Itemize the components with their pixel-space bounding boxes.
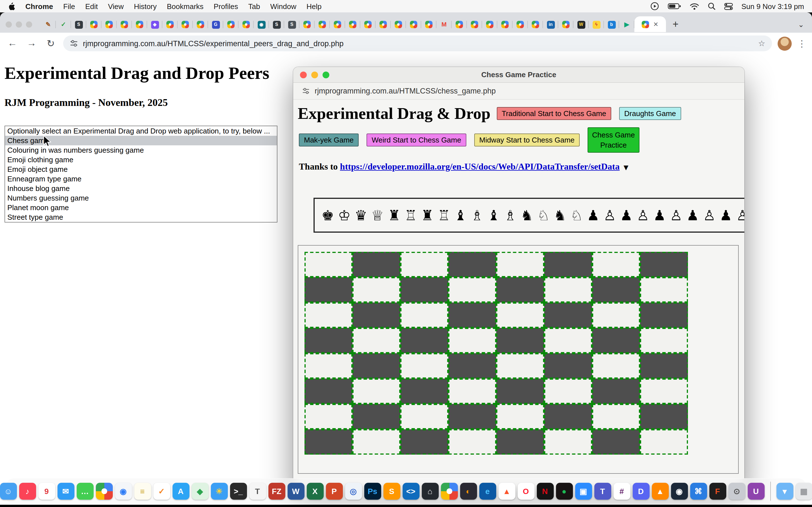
mozilla-setdata-link[interactable]: https://developer.mozilla.org/en-US/docs… <box>340 162 620 171</box>
dock-maps-icon[interactable]: ◆ <box>192 483 208 500</box>
piece-black-king[interactable]: ♚ <box>321 208 334 222</box>
board-cell-e4[interactable] <box>496 353 544 379</box>
browser-tab[interactable] <box>330 17 345 32</box>
board-cell-b5[interactable] <box>352 328 400 353</box>
board-cell-e5[interactable] <box>496 328 544 353</box>
board-cell-c8[interactable] <box>400 252 448 277</box>
dock-figma-icon[interactable]: F <box>709 483 726 500</box>
browser-tab[interactable]: ✓ <box>56 17 71 32</box>
window-close-button-inactive[interactable] <box>6 21 12 27</box>
dock-photoshop-icon[interactable]: Ps <box>364 483 381 500</box>
board-cell-c3[interactable] <box>400 379 448 404</box>
window-minimize-button-inactive[interactable] <box>16 21 22 27</box>
board-cell-d4[interactable] <box>448 353 496 379</box>
dock-chrome-icon[interactable] <box>441 483 458 500</box>
board-cell-a3[interactable] <box>305 379 352 404</box>
piece-white-king[interactable]: ♔ <box>338 208 351 222</box>
browser-tab[interactable]: W <box>573 17 589 32</box>
listbox-option-5[interactable]: Enneagram type game <box>5 174 277 184</box>
browser-tab[interactable]: ◉ <box>254 17 269 32</box>
mak-yek-button[interactable]: Mak-yek Game <box>299 133 359 147</box>
piece-black-pawn-5[interactable]: ♟ <box>719 208 732 222</box>
menu-item-view[interactable]: View <box>108 2 124 10</box>
dock-xcode-icon[interactable]: ⌘ <box>690 483 707 500</box>
dock-powerpoint-icon[interactable]: P <box>326 483 343 500</box>
board-cell-c1[interactable] <box>400 429 448 455</box>
url-bar[interactable]: rjmprogramming.com.au/HTMLCSS/experiment… <box>63 36 772 51</box>
popup-zoom-button[interactable] <box>322 71 329 78</box>
dock-app-store-icon[interactable]: A <box>172 483 189 500</box>
dock-music-icon[interactable]: ♪ <box>19 483 36 500</box>
dock-discord-icon[interactable]: D <box>632 483 649 500</box>
wifi-icon[interactable] <box>689 3 699 10</box>
spotlight-search-icon[interactable] <box>707 2 715 10</box>
board-cell-g8[interactable] <box>592 252 640 277</box>
dock-word-icon[interactable]: W <box>287 483 304 500</box>
listbox-option-3[interactable]: Emoji clothing game <box>5 155 277 165</box>
board-cell-e2[interactable] <box>496 404 544 429</box>
piece-white-bishop-2[interactable]: ♗ <box>504 208 516 222</box>
piece-white-rook-1[interactable]: ♖ <box>404 208 417 222</box>
browser-tab[interactable] <box>315 17 330 32</box>
chess-game-practice-button[interactable]: Chess Game Practice <box>588 127 640 153</box>
board-cell-b6[interactable] <box>352 302 400 328</box>
browser-tab[interactable] <box>528 17 543 32</box>
browser-tab[interactable] <box>482 17 497 32</box>
board-cell-g3[interactable] <box>592 379 640 404</box>
browser-tab[interactable] <box>101 17 117 32</box>
piece-black-pawn-3[interactable]: ♟ <box>653 208 666 222</box>
dock-excel-icon[interactable]: X <box>306 483 323 500</box>
browser-tab[interactable] <box>558 17 573 32</box>
browser-tab[interactable]: M <box>437 17 452 32</box>
browser-tab[interactable] <box>299 17 315 32</box>
listbox-option-7[interactable]: Numbers guessing game <box>5 193 277 203</box>
dock-filezilla-icon[interactable]: FZ <box>268 483 285 500</box>
board-cell-g6[interactable] <box>592 302 640 328</box>
piece-white-pawn-3[interactable]: ♙ <box>670 208 682 222</box>
menu-clock[interactable]: Sun 9 Nov 3:19 pm <box>741 2 804 10</box>
piece-black-rook-1[interactable]: ♜ <box>388 208 400 222</box>
board-cell-d5[interactable] <box>448 328 496 353</box>
bookmark-star-icon[interactable]: ☆ <box>758 39 765 48</box>
browser-tab[interactable] <box>193 17 208 32</box>
browser-tab[interactable]: S <box>284 17 299 32</box>
board-cell-d1[interactable] <box>448 429 496 455</box>
board-cell-a8[interactable] <box>305 252 352 277</box>
dock-github-icon[interactable]: ⌂ <box>421 483 439 500</box>
board-cell-a5[interactable] <box>305 328 352 353</box>
dock-terminal-icon[interactable]: >_ <box>230 483 247 500</box>
dock-calendar-icon[interactable]: 9 <box>38 483 55 500</box>
dock-textedit-icon[interactable]: T <box>249 483 266 500</box>
board-cell-e6[interactable] <box>496 302 544 328</box>
forward-button[interactable]: → <box>25 38 38 49</box>
board-cell-g2[interactable] <box>592 404 640 429</box>
dock-sublime-icon[interactable]: S <box>383 483 400 500</box>
dock-weather-icon[interactable]: ☀ <box>211 483 227 500</box>
dock-brave-icon[interactable]: ▲ <box>498 483 515 500</box>
board-cell-h1[interactable] <box>640 429 688 455</box>
browser-tab[interactable] <box>452 17 467 32</box>
board-cell-f3[interactable] <box>544 379 592 404</box>
board-cell-f5[interactable] <box>544 328 592 353</box>
browser-tab[interactable] <box>513 17 528 32</box>
browser-tab[interactable]: ◈ <box>147 17 162 32</box>
browser-tab[interactable]: G <box>208 17 223 32</box>
board-cell-h6[interactable] <box>640 302 688 328</box>
dock-notes-icon[interactable]: ≡ <box>134 483 151 500</box>
close-tab-icon[interactable]: ✕ <box>653 20 658 28</box>
battery-icon[interactable] <box>667 2 681 10</box>
menu-item-history[interactable]: History <box>134 2 157 10</box>
board-cell-d3[interactable] <box>448 379 496 404</box>
menu-item-help[interactable]: Help <box>306 2 322 10</box>
listbox-option-9[interactable]: Street type game <box>5 212 277 222</box>
board-cell-c6[interactable] <box>400 302 448 328</box>
piece-black-pawn-4[interactable]: ♟ <box>687 208 699 222</box>
browser-tab[interactable]: S <box>269 17 284 32</box>
dock-finder-icon[interactable]: ☺ <box>0 483 17 500</box>
browser-tab[interactable] <box>132 17 147 32</box>
board-cell-a4[interactable] <box>305 353 352 379</box>
listbox-option-0[interactable]: Optionally select an Experimental Drag a… <box>5 126 277 136</box>
piece-black-knight-1[interactable]: ♞ <box>520 208 533 222</box>
piece-white-rook-2[interactable]: ♖ <box>438 208 450 222</box>
caret-down-icon[interactable]: ▼ <box>624 164 628 171</box>
